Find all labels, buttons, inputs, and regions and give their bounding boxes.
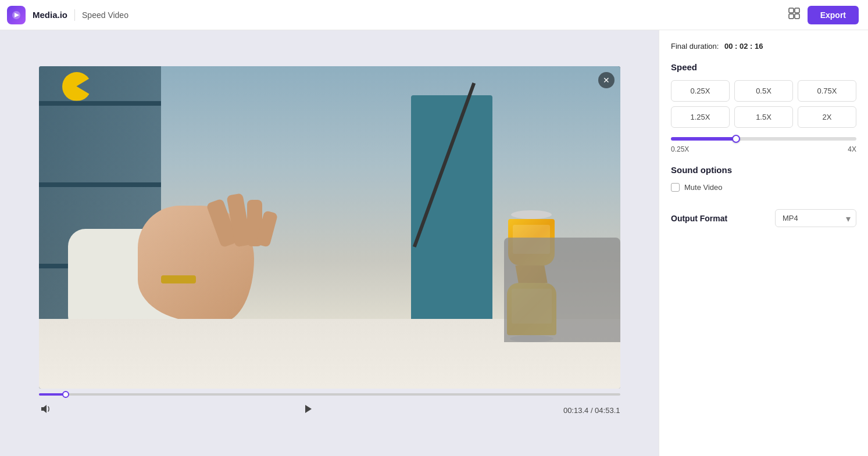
logo-icon	[7, 6, 26, 24]
hand-area	[68, 194, 289, 333]
controls-left	[39, 403, 52, 418]
speed-btn-075[interactable]: 0.75X	[798, 80, 856, 102]
output-format-select[interactable]: MP4 MOV AVI WebM	[775, 209, 856, 227]
couch	[504, 238, 620, 342]
speed-btn-15[interactable]: 1.5X	[734, 106, 793, 128]
page-title: Speed Video	[82, 10, 128, 20]
svg-rect-2	[795, 8, 799, 13]
speed-btn-05[interactable]: 0.5X	[734, 80, 793, 102]
speed-btn-2[interactable]: 2X	[798, 106, 856, 128]
progress-track[interactable]	[39, 393, 620, 396]
speed-buttons-grid: 0.25X 0.5X 0.75X 1.25X 1.5X 2X	[671, 80, 856, 128]
progress-fill	[39, 393, 66, 396]
right-panel: Final duration: 00 : 02 : 16 Speed 0.25X…	[659, 30, 868, 456]
main-layout: ✕	[0, 30, 868, 456]
svg-rect-3	[789, 14, 794, 19]
video-container: ✕	[39, 66, 620, 389]
door-bg	[411, 95, 492, 328]
header-right: Export	[788, 6, 859, 24]
video-scene	[39, 66, 620, 389]
svg-rect-1	[789, 8, 794, 13]
shelf-2	[39, 182, 161, 187]
slider-max-label: 4X	[848, 145, 856, 153]
app-header: Media.io Speed Video Export	[0, 0, 868, 30]
mute-video-checkbox[interactable]	[671, 183, 680, 192]
final-duration-value: 00 : 02 : 16	[724, 42, 763, 51]
bracelet	[161, 275, 196, 283]
can-top	[511, 210, 552, 219]
sound-options-label: Sound options	[671, 165, 856, 175]
shelf-1	[39, 101, 161, 106]
volume-icon[interactable]	[39, 403, 52, 418]
mute-video-label: Mute Video	[684, 183, 723, 192]
video-controls: 00:13.4 / 04:53.1	[39, 400, 620, 421]
mute-video-row: Mute Video	[671, 183, 856, 192]
svg-rect-4	[795, 14, 799, 19]
export-button[interactable]: Export	[808, 6, 859, 24]
header-left: Media.io Speed Video	[7, 6, 128, 24]
final-duration-row: Final duration: 00 : 02 : 16	[671, 42, 856, 51]
slider-labels: 0.25X 4X	[671, 145, 856, 153]
close-button[interactable]: ✕	[598, 72, 615, 88]
time-display: 00:13.4 / 04:53.1	[563, 406, 620, 415]
speed-label: Speed	[671, 62, 856, 72]
sound-options-section: Sound options Mute Video	[671, 165, 856, 192]
header-divider	[74, 9, 75, 21]
play-button[interactable]	[301, 403, 314, 418]
output-format-label: Output Format	[671, 214, 727, 223]
output-format-section: Output Format MP4 MOV AVI WebM	[671, 209, 856, 227]
logo-text: Media.io	[33, 10, 67, 20]
grid-icon[interactable]	[788, 7, 801, 23]
speed-slider-container[interactable]: 0.25X 4X	[671, 137, 856, 153]
progress-thumb[interactable]	[62, 391, 69, 398]
speed-btn-125[interactable]: 1.25X	[671, 106, 730, 128]
video-area: ✕	[0, 30, 659, 456]
final-duration-label: Final duration:	[671, 42, 719, 51]
progress-container[interactable]	[39, 393, 620, 400]
speed-slider-track[interactable]	[671, 137, 856, 141]
speed-btn-025[interactable]: 0.25X	[671, 80, 730, 102]
speed-slider-thumb[interactable]	[732, 135, 740, 143]
slider-min-label: 0.25X	[671, 145, 689, 153]
output-format-select-wrapper[interactable]: MP4 MOV AVI WebM	[775, 209, 856, 227]
